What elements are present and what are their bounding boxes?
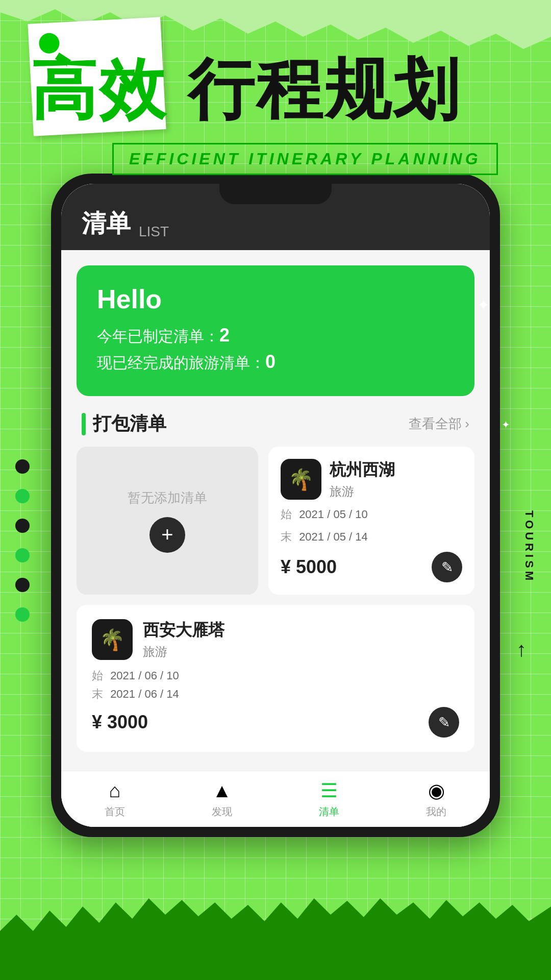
- summary-line-1: 今年已制定清单：2: [97, 325, 454, 347]
- xian-price: ¥ 3000: [92, 712, 148, 733]
- sticky-dot: [38, 33, 60, 54]
- hangzhou-end: 末 2021 / 05 / 14: [281, 529, 462, 545]
- phone-notch: [219, 184, 332, 204]
- empty-card: 暂无添加清单 +: [77, 447, 258, 595]
- nav-home[interactable]: ⌂ 首页: [105, 780, 125, 819]
- hangzhou-start: 始 2021 / 05 / 10: [281, 507, 462, 522]
- home-icon: ⌂: [109, 780, 121, 802]
- sparkle-2: ✦: [502, 419, 510, 431]
- add-list-button[interactable]: +: [149, 517, 185, 553]
- packing-section-header: 打包清单 查看全部 ›: [61, 396, 490, 447]
- sparkle-1: ✦: [477, 296, 490, 314]
- nav-explore-label: 发现: [212, 805, 232, 819]
- side-dots: [15, 459, 30, 622]
- xian-end: 末 2021 / 06 / 14: [92, 687, 459, 702]
- summary-card: Hello 今年已制定清单：2 现已经完成的旅游清单：0: [77, 265, 474, 396]
- nav-list-label: 清单: [319, 805, 339, 819]
- app-title-cn: 清单: [82, 207, 131, 240]
- summary-line-2: 现已经完成的旅游清单：0: [97, 351, 454, 374]
- side-dot-4: [15, 548, 30, 562]
- hangzhou-name: 杭州西湖: [330, 459, 395, 481]
- side-dot-3: [15, 519, 30, 533]
- side-dot-1: [15, 459, 30, 474]
- hangzhou-footer: ¥ 5000 ✎: [281, 552, 462, 582]
- app-title-en: LIST: [139, 224, 169, 240]
- profile-icon: ◉: [428, 779, 445, 802]
- arrow-decoration: ↑: [516, 638, 527, 661]
- trip-card-hangzhou[interactable]: 🌴 杭州西湖 旅游 始 2021 / 05 / 10 末 2021 / 05 /: [268, 447, 474, 595]
- explore-icon: ▲: [212, 780, 232, 802]
- empty-card-text: 暂无添加清单: [128, 489, 207, 507]
- list-icon: ☰: [320, 779, 338, 802]
- section-bar: [82, 413, 86, 435]
- hangzhou-price: ¥ 5000: [281, 556, 337, 578]
- xian-info: 西安大雁塔 旅游: [143, 619, 224, 660]
- nav-profile-label: 我的: [426, 805, 446, 819]
- subtitle-badge: EFFICIENT ITINERARY PLANNING: [112, 143, 498, 175]
- xian-header: 🌴 西安大雁塔 旅游: [92, 619, 459, 660]
- hangzhou-icon: 🌴: [281, 459, 321, 500]
- xian-start: 始 2021 / 06 / 10: [92, 668, 459, 683]
- side-dot-6: [15, 607, 30, 622]
- greeting: Hello: [97, 284, 454, 314]
- phone-mockup: 清单 LIST Hello 今年已制定清单：2 现已经完成的旅游清单：0 打包清…: [51, 174, 500, 837]
- xian-edit-button[interactable]: ✎: [429, 707, 459, 738]
- cards-row-top: 暂无添加清单 + 🌴 杭州西湖 旅游: [61, 447, 490, 605]
- section-title-wrap: 打包清单: [82, 411, 166, 436]
- vertical-tourism-text: TOURISM: [522, 510, 536, 583]
- packing-title: 打包清单: [93, 411, 166, 436]
- xian-name: 西安大雁塔: [143, 619, 224, 642]
- hangzhou-header: 🌴 杭州西湖 旅游: [281, 459, 462, 500]
- xian-dates: 始 2021 / 06 / 10 末 2021 / 06 / 14: [92, 668, 459, 702]
- hangzhou-type: 旅游: [330, 483, 395, 500]
- xian-icon: 🌴: [92, 619, 133, 660]
- nav-explore[interactable]: ▲ 发现: [212, 780, 232, 819]
- screen-content: 清单 LIST Hello 今年已制定清单：2 现已经完成的旅游清单：0 打包清…: [61, 184, 490, 827]
- bottom-navigation: ⌂ 首页 ▲ 发现 ☰ 清单 ◉ 我的: [61, 771, 490, 827]
- nav-profile[interactable]: ◉ 我的: [426, 779, 446, 819]
- side-dot-2: [15, 489, 30, 503]
- nav-list[interactable]: ☰ 清单: [319, 779, 339, 819]
- view-all-button[interactable]: 查看全部 ›: [409, 415, 469, 433]
- hangzhou-info: 杭州西湖 旅游: [330, 459, 395, 500]
- xian-footer: ¥ 3000 ✎: [92, 707, 459, 738]
- side-dot-5: [15, 578, 30, 592]
- phone-screen: 清单 LIST Hello 今年已制定清单：2 现已经完成的旅游清单：0 打包清…: [61, 184, 490, 827]
- nav-home-label: 首页: [105, 805, 125, 819]
- trip-card-xian[interactable]: 🌴 西安大雁塔 旅游 始 2021 / 06 / 10 末 2021 / 06 …: [77, 605, 474, 752]
- hero-title-cn: 高效 行程规划: [31, 56, 461, 122]
- hangzhou-edit-button[interactable]: ✎: [432, 552, 462, 582]
- xian-type: 旅游: [143, 644, 224, 660]
- subtitle-text: EFFICIENT ITINERARY PLANNING: [129, 150, 481, 168]
